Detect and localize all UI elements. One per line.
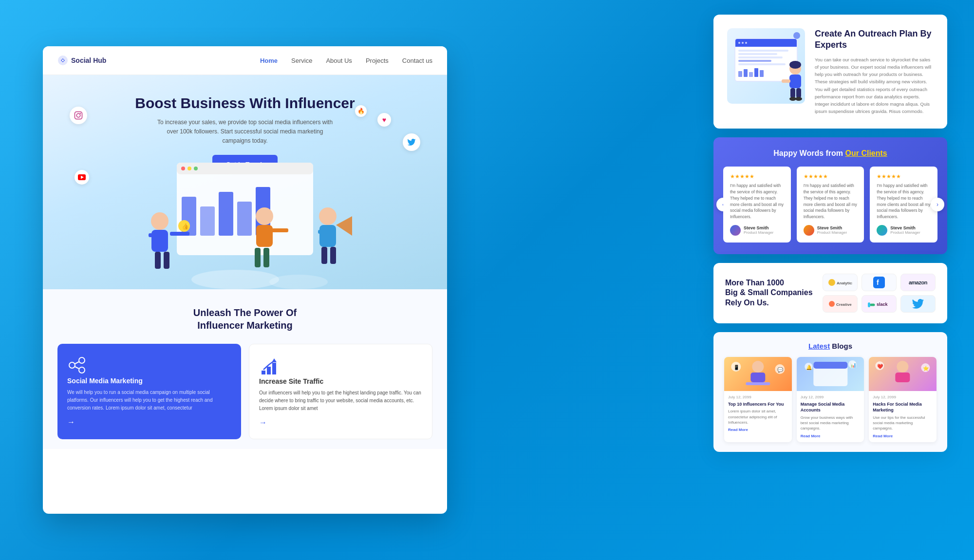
services-grid: Social Media Marketing We will help you …	[57, 344, 432, 439]
logo-text: Social Hub	[71, 56, 106, 64]
share-icon	[67, 355, 87, 375]
slack-logo: slack	[862, 295, 897, 313]
companies-text: More Than 1000 Big & Small Companies Rel…	[725, 278, 813, 308]
testimonials-grid: ★★★★★ I'm happy and satisfied with the s…	[723, 167, 937, 243]
outreach-title: Create An Outreach Plan By Experts	[815, 28, 934, 51]
blog-illustration-3: ❤️ ⭐	[869, 357, 937, 391]
services-section: Unleash The Power Of Influencer Marketin…	[43, 289, 447, 449]
svg-point-30	[319, 207, 337, 225]
google-analytics-logo: Analytics	[823, 274, 858, 291]
service-desc-2: Our influencers will help you to get the…	[259, 389, 422, 412]
flame-icon: 🔥	[355, 105, 367, 117]
svg-text:📊: 📊	[850, 362, 857, 368]
stars-2: ★★★★★	[804, 173, 858, 180]
svg-text:Creative: Creative	[836, 302, 852, 307]
svg-point-79	[897, 361, 909, 373]
blog-card-3: ❤️ ⭐ July 12, 2099 Hacks For Social Medi…	[869, 357, 937, 442]
service-title-2: Increase Site Traffic	[259, 377, 422, 385]
nav-home[interactable]: Home	[260, 56, 278, 65]
svg-rect-19	[149, 233, 155, 237]
testimonials-heading: Happy Words from Our Clients	[723, 149, 937, 158]
svg-point-17	[151, 212, 169, 230]
svg-rect-53	[782, 79, 790, 83]
svg-text:💬: 💬	[777, 367, 784, 373]
svg-rect-27	[271, 228, 288, 232]
svg-rect-48	[789, 75, 801, 88]
nav-projects[interactable]: Projects	[366, 56, 389, 65]
testimonial-text-3: I'm happy and satisfied with the service…	[877, 183, 931, 220]
svg-rect-66	[746, 382, 770, 385]
svg-point-11	[194, 167, 198, 170]
svg-point-10	[187, 167, 191, 170]
svg-point-3	[76, 113, 80, 117]
svg-line-41	[75, 367, 79, 369]
blog-illustration-2: 🔔 📊	[797, 357, 864, 391]
svg-rect-33	[321, 247, 327, 264]
svg-text:👍: 👍	[182, 223, 189, 230]
svg-rect-34	[330, 247, 336, 264]
hero-subtext: To increase your sales, we provide top s…	[152, 118, 337, 146]
svg-rect-26	[256, 225, 273, 247]
svg-rect-49	[790, 88, 795, 98]
testimonial-text-1: I'm happy and satisfied with the service…	[730, 183, 784, 220]
companies-heading: More Than 1000 Big & Small Companies Rel…	[725, 278, 813, 308]
nav-service[interactable]: Service	[291, 56, 312, 65]
svg-point-47	[789, 61, 801, 69]
blog-thumb-1: 📱 💬	[724, 357, 792, 391]
stars-1: ★★★★★	[730, 173, 784, 180]
avatar-1	[730, 225, 741, 236]
svg-rect-32	[318, 230, 324, 234]
svg-rect-13	[200, 206, 215, 236]
svg-rect-43	[267, 367, 271, 374]
svg-rect-20	[170, 232, 189, 236]
svg-rect-31	[319, 225, 336, 247]
navbar: Social Hub Home Service About Us Project…	[43, 46, 447, 75]
outreach-text: Create An Outreach Plan By Experts You c…	[815, 28, 934, 115]
testimonials-panel: Happy Words from Our Clients ‹ ★★★★★ I'm…	[713, 137, 947, 254]
companies-logos: Analytics f amazon Creative	[823, 274, 936, 313]
facebook-logo: f	[862, 274, 897, 291]
read-more-1[interactable]: Read More	[728, 428, 788, 432]
svg-point-4	[80, 113, 81, 114]
svg-rect-50	[796, 88, 801, 98]
svg-text:f: f	[877, 279, 879, 286]
read-more-2[interactable]: Read More	[801, 434, 861, 438]
svg-rect-80	[896, 373, 910, 382]
avatar-3	[877, 225, 887, 236]
amazon-logo: amazon	[900, 274, 936, 291]
logo: Social Hub	[57, 55, 106, 66]
chart-icon	[259, 356, 279, 375]
author-role-3: Product Manager	[890, 230, 920, 235]
author-role-2: Product Manager	[817, 230, 847, 235]
svg-rect-56	[873, 277, 885, 288]
read-more-3[interactable]: Read More	[873, 434, 933, 438]
service-desc-1: We will help you to run a social media c…	[67, 389, 231, 412]
testimonials-next-button[interactable]: ›	[931, 198, 944, 211]
logo-icon	[57, 55, 68, 66]
creative-logo: Creative	[823, 295, 858, 313]
nav-about[interactable]: About Us	[326, 56, 352, 65]
svg-text:slack: slack	[877, 302, 888, 307]
nav-contact[interactable]: Contact us	[402, 56, 432, 65]
author-name-2: Steve Smith	[817, 225, 847, 230]
hero-section: ♥ 🔥 Boost Business With Influencer To in…	[43, 75, 447, 289]
nav-links: Home Service About Us Projects Contact u…	[260, 56, 432, 65]
svg-point-1	[62, 59, 64, 61]
author-role-1: Product Manager	[744, 230, 773, 235]
svg-point-35	[191, 270, 279, 289]
person-sitting-icon	[771, 60, 805, 104]
testimonial-card-3: ★★★★★ I'm happy and satisfied with the s…	[870, 167, 937, 243]
blog-content-3: July 12, 2099 Hacks For Social Media Mar…	[869, 391, 937, 442]
blog-date-1: July 12, 2099	[728, 395, 788, 399]
svg-point-9	[181, 167, 185, 170]
avatar-2	[804, 225, 814, 236]
svg-rect-15	[237, 202, 252, 236]
blog-card-2: 🔔 📊 July 12, 2099 Manage Social Media Ac…	[797, 357, 864, 442]
blog-title-1: Top 10 Influencers For You	[728, 401, 788, 408]
blog-illustration-1: 📱 💬	[724, 357, 792, 391]
testimonial-author-3: Steve Smith Product Manager	[877, 225, 931, 236]
svg-text:⭐: ⭐	[923, 365, 930, 372]
service-card-social: Social Media Marketing We will help you …	[57, 344, 241, 439]
blog-date-2: July 12, 2099	[801, 395, 861, 399]
blogs-panel: Latest Blogs 📱 💬	[713, 332, 947, 452]
